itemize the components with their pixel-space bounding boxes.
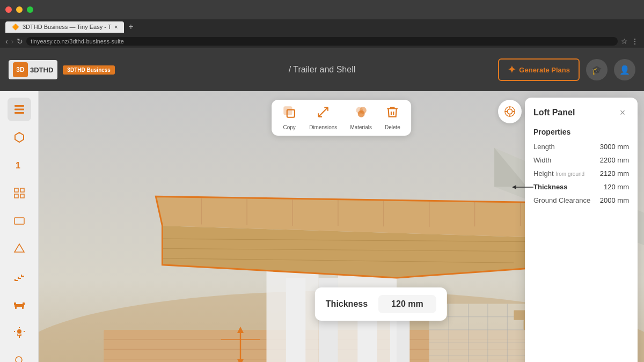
delete-icon <box>385 105 399 122</box>
user-button[interactable]: 👤 <box>614 59 635 80</box>
panel-close-button[interactable]: × <box>616 106 629 119</box>
panel-title: Loft Panel <box>533 108 575 117</box>
thickness-tooltip: Thickness 120 mm <box>315 287 447 321</box>
height-sublabel: from ground <box>555 171 584 177</box>
maximize-btn[interactable] <box>27 6 33 13</box>
dimensions-label: Dimensions <box>309 124 337 130</box>
ground-clearance-label: Ground Clearance <box>533 196 590 204</box>
right-panel: Loft Panel × Properties Length 3000 mm W… <box>525 98 638 362</box>
forward-icon[interactable]: › <box>11 37 14 46</box>
sidebar-item-grid[interactable] <box>8 181 31 205</box>
svg-rect-10 <box>14 280 18 281</box>
sidebar-item-stairs[interactable] <box>8 265 31 289</box>
svg-rect-8 <box>14 218 24 224</box>
generate-label: Generate Plans <box>519 66 570 74</box>
copy-label: Copy <box>283 124 295 130</box>
topbar: 3D 3DTHD 3DTHD Business / Trailer and Sh… <box>0 48 644 91</box>
left-sidebar: 1 <box>0 91 39 362</box>
property-width: Width 2200 mm <box>533 156 629 164</box>
toolbar-float: Copy Dimensions <box>272 100 411 136</box>
svg-rect-4 <box>14 188 18 192</box>
svg-rect-7 <box>20 194 24 198</box>
svg-rect-18 <box>22 307 24 309</box>
sidebar-item-number[interactable]: 1 <box>8 153 31 177</box>
svg-point-93 <box>508 109 513 114</box>
svg-point-92 <box>358 111 364 117</box>
svg-rect-1 <box>14 109 24 110</box>
svg-rect-0 <box>14 105 24 107</box>
panel-header: Loft Panel × <box>533 106 629 119</box>
sidebar-item-tools[interactable] <box>8 349 31 362</box>
copy-button[interactable]: Copy <box>282 105 296 130</box>
thickness-prop-value: 120 mm <box>604 183 629 191</box>
tab-favicon: 🔶 <box>12 24 19 31</box>
property-height: Height from ground 2120 mm <box>533 169 629 178</box>
svg-point-26 <box>16 357 22 362</box>
app: 3D 3DTHD 3DTHD Business / Trailer and Sh… <box>0 48 644 362</box>
refresh-icon[interactable]: ↻ <box>17 37 23 46</box>
delete-label: Delete <box>385 124 400 130</box>
help-button[interactable]: 🎓 <box>586 59 608 80</box>
svg-rect-19 <box>14 302 16 305</box>
materials-button[interactable]: Materials <box>350 105 372 130</box>
svg-rect-11 <box>14 279 16 280</box>
property-length: Length 3000 mm <box>533 143 629 151</box>
sidebar-item-lighting[interactable] <box>8 321 31 344</box>
page-title: / Trailer and Shell <box>289 65 356 75</box>
sidebar-item-panel[interactable] <box>8 209 31 233</box>
logo-icon: 3D <box>13 62 28 77</box>
menu-icon[interactable]: ⋮ <box>631 37 639 46</box>
svg-rect-89 <box>284 107 291 114</box>
dimensions-icon <box>316 105 330 122</box>
property-ground-clearance: Ground Clearance 2000 mm <box>533 196 629 204</box>
logo: 3D 3DTHD <box>9 60 57 79</box>
width-label: Width <box>533 156 551 164</box>
logo-text: 3DTHD <box>30 66 53 74</box>
svg-rect-12 <box>18 278 21 279</box>
bookmark-icon[interactable]: ☆ <box>621 37 628 46</box>
tab-close-icon[interactable]: × <box>114 24 118 30</box>
help-icon: 🎓 <box>591 65 602 75</box>
svg-rect-20 <box>23 302 25 305</box>
browser-chrome <box>0 0 644 19</box>
sidebar-item-object[interactable] <box>8 125 31 149</box>
width-value: 2200 mm <box>600 156 629 164</box>
address-bar: ‹ › ↻ ☆ ⋮ <box>0 34 644 48</box>
user-icon: 👤 <box>619 65 630 75</box>
thickness-value: 120 mm <box>378 295 436 313</box>
svg-marker-9 <box>14 244 24 252</box>
length-value: 3000 mm <box>600 143 629 151</box>
height-value: 2120 mm <box>600 169 629 178</box>
svg-rect-14 <box>21 276 24 277</box>
new-tab-button[interactable]: + <box>128 22 133 32</box>
camera-button[interactable] <box>498 100 522 123</box>
close-btn[interactable] <box>5 6 12 13</box>
svg-marker-103 <box>512 185 516 189</box>
svg-rect-56 <box>267 265 319 362</box>
delete-button[interactable]: Delete <box>385 105 400 130</box>
sidebar-item-shape[interactable] <box>8 237 31 261</box>
logo-area: 3D 3DTHD 3DTHD Business <box>9 60 115 79</box>
generate-plans-button[interactable]: ✦ Generate Plans <box>498 58 580 81</box>
minimize-btn[interactable] <box>16 6 23 13</box>
address-input[interactable] <box>26 37 618 46</box>
height-label: Height from ground <box>533 169 584 178</box>
back-icon[interactable]: ‹ <box>5 37 8 46</box>
svg-text:1: 1 <box>16 161 20 170</box>
active-tab[interactable]: 🔶 3DTHD Business — Tiny Easy - T × <box>5 21 124 33</box>
svg-point-21 <box>17 329 21 334</box>
topbar-actions: ✦ Generate Plans 🎓 👤 <box>498 58 635 81</box>
thickness-prop-label: Thickness <box>533 183 568 191</box>
dimensions-button[interactable]: Dimensions <box>309 105 337 130</box>
sidebar-item-layers[interactable] <box>8 98 31 121</box>
ground-clearance-value: 2000 mm <box>600 196 629 204</box>
svg-rect-13 <box>18 277 19 278</box>
sidebar-item-furniture[interactable] <box>8 293 31 316</box>
svg-rect-5 <box>20 188 24 192</box>
svg-rect-6 <box>14 194 18 198</box>
panel-section-title: Properties <box>533 128 629 136</box>
length-label: Length <box>533 143 555 151</box>
svg-rect-17 <box>15 307 17 309</box>
business-badge: 3DTHD Business <box>63 65 115 75</box>
main-content: 1 <box>0 91 644 362</box>
